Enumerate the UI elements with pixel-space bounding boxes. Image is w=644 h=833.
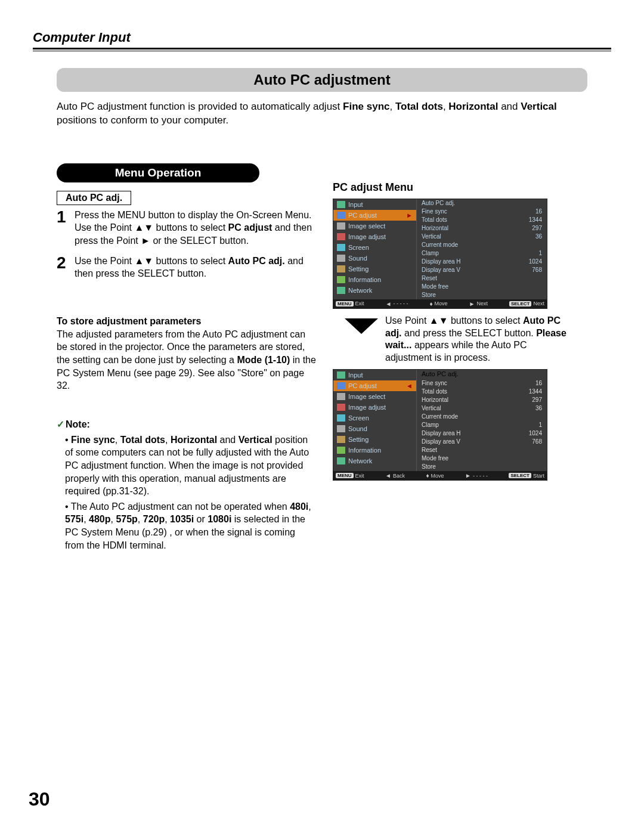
osd-menu-2: InputPC adjust◄Image selectImage adjustS… bbox=[333, 369, 547, 481]
osd-left-image-select: Image select bbox=[333, 221, 416, 231]
page-number: 30 bbox=[29, 788, 50, 810]
osd-left-setting: Setting bbox=[333, 264, 416, 274]
page-title: Auto PC adjustment bbox=[57, 68, 587, 92]
note-item: Fine sync, Total dots, Horizontal and Ve… bbox=[65, 433, 316, 498]
section-pill: Menu Operation bbox=[57, 163, 259, 182]
osd-left-screen: Screen bbox=[333, 242, 416, 253]
osd-left-setting: Setting bbox=[333, 434, 416, 445]
osd-value-row: Display area H1024 bbox=[417, 258, 547, 266]
osd-left-image-adjust: Image adjust bbox=[333, 402, 416, 413]
osd-left-pc-adjust: PC adjust► bbox=[333, 210, 416, 221]
osd-value-row: Current mode bbox=[417, 413, 547, 421]
rule-heavy bbox=[33, 48, 611, 49]
osd-foot-item: ♦Move bbox=[429, 301, 447, 307]
osd-value-row: Store bbox=[417, 463, 547, 471]
osd-value-row: Horizontal297 bbox=[417, 224, 547, 233]
osd-value-row: Vertical36 bbox=[417, 404, 547, 413]
osd-value-row: Display area V768 bbox=[417, 438, 547, 446]
right-title: PC adjust Menu bbox=[333, 181, 571, 194]
down-arrow-icon bbox=[345, 318, 378, 334]
rule-light bbox=[33, 51, 611, 51]
osd-value-row: Fine sync16 bbox=[417, 379, 547, 388]
osd-value-row: Current mode bbox=[417, 241, 547, 249]
osd-foot-item: SELECTStart bbox=[509, 472, 544, 479]
osd-value-row: Horizontal297 bbox=[417, 396, 547, 404]
osd-foot-item: MENUExit bbox=[336, 472, 364, 479]
osd-left-image-select: Image select bbox=[333, 391, 416, 402]
osd-foot-item: ◄- - - - - bbox=[386, 301, 408, 307]
osd-left-pc-adjust: PC adjust◄ bbox=[333, 380, 416, 391]
osd-value-row: Mode free bbox=[417, 283, 547, 291]
osd-value-row: Vertical36 bbox=[417, 233, 547, 241]
osd-left-image-adjust: Image adjust bbox=[333, 231, 416, 242]
note-item: The Auto PC adjustment can not be operat… bbox=[65, 500, 316, 552]
store-head: To store adjustment parameters bbox=[57, 316, 316, 327]
steps-list: 1Press the MENU button to display the On… bbox=[57, 209, 316, 280]
osd-value-row: Reset bbox=[417, 274, 547, 283]
osd-value-row: Display area H1024 bbox=[417, 429, 547, 438]
osd-foot-item: ♦Move bbox=[426, 472, 444, 479]
osd-left-input: Input bbox=[333, 199, 416, 210]
osd-value-row: Store bbox=[417, 291, 547, 299]
osd-value-row: Auto PC adj. bbox=[417, 199, 547, 208]
store-body: The adjusted parameters from the Auto PC… bbox=[57, 328, 316, 392]
osd-value-row: Total dots1344 bbox=[417, 216, 547, 224]
osd-value-row: Clamp1 bbox=[417, 249, 547, 258]
osd-left-information: Information bbox=[333, 274, 416, 285]
note-list: Fine sync, Total dots, Horizontal and Ve… bbox=[57, 433, 316, 552]
step-num: 1 bbox=[57, 209, 75, 247]
breadcrumb: Computer Input bbox=[33, 30, 611, 45]
osd-value-row: Auto PC adj. bbox=[417, 370, 547, 379]
tag-autopc: Auto PC adj. bbox=[57, 191, 131, 205]
note-head: Note: bbox=[57, 419, 316, 430]
osd-left-sound: Sound bbox=[333, 423, 416, 434]
arrow-text: Use Point ▲▼ buttons to select Auto PC a… bbox=[385, 315, 571, 364]
osd-value-row: Clamp1 bbox=[417, 421, 547, 429]
osd-value-row: Display area V768 bbox=[417, 266, 547, 274]
step-text: Press the MENU button to display the On-… bbox=[75, 209, 316, 247]
osd-value-row: Fine sync16 bbox=[417, 208, 547, 216]
step-text: Use the Point ▲▼ buttons to select Auto … bbox=[75, 255, 316, 280]
osd-left-sound: Sound bbox=[333, 253, 416, 264]
osd-value-row: Mode free bbox=[417, 454, 547, 463]
osd-foot-item: ◄Back bbox=[385, 472, 405, 479]
step-num: 2 bbox=[57, 255, 75, 280]
osd-left-information: Information bbox=[333, 445, 416, 456]
osd-left-network: Network bbox=[333, 456, 416, 466]
osd-left-network: Network bbox=[333, 285, 416, 296]
osd-left-input: Input bbox=[333, 370, 416, 380]
osd-foot-item: MENUExit bbox=[336, 301, 364, 307]
osd-menu-1: InputPC adjust►Image selectImage adjustS… bbox=[333, 199, 547, 309]
intro-text: Auto PC adjustment function is provided … bbox=[57, 100, 581, 128]
osd-value-row: Reset bbox=[417, 446, 547, 454]
osd-foot-item: SELECTNext bbox=[509, 301, 544, 307]
osd-foot-item: ►- - - - - bbox=[465, 472, 488, 479]
osd-left-screen: Screen bbox=[333, 413, 416, 423]
osd-value-row: Total dots1344 bbox=[417, 388, 547, 396]
osd-foot-item: ►Next bbox=[469, 301, 488, 307]
